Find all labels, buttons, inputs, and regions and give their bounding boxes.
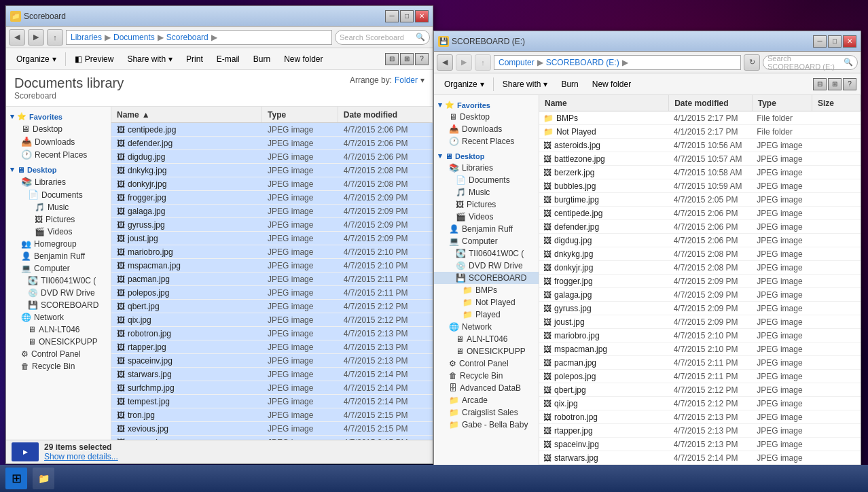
right-sidebar-drive-c[interactable]: 💽 TII06041W0C ( (434, 247, 539, 260)
sidebar-item-videos[interactable]: 🎬 Videos (6, 226, 111, 238)
list-item[interactable]: 🖼 pacman.jpg JPEG image 4/7/2015 2:11 PM (111, 273, 433, 286)
sidebar-item-documents[interactable]: 📄 Documents (6, 188, 111, 201)
right-up-button[interactable]: ↑ (475, 54, 491, 71)
list-item[interactable]: 🖼 gyruss.jpg JPEG image 4/7/2015 2:09 PM (111, 218, 433, 232)
right-col-header-type[interactable]: Type (753, 95, 812, 111)
list-item[interactable]: 🖼 rtapper.jpg 4/7/2015 2:13 PM JPEG imag… (539, 424, 861, 438)
list-item[interactable]: 📁 Not Played 4/1/2015 2:17 PM File folde… (539, 125, 861, 139)
crumb-scoreboard[interactable]: Scoreboard (166, 33, 209, 42)
right-sidebar-onesick[interactable]: 🖥 ONESICKPUPP (434, 345, 539, 357)
list-item[interactable]: 📁 BMPs 4/1/2015 2:17 PM File folder (539, 111, 861, 125)
list-item[interactable]: 🖼 dnkykg.jpg JPEG image 4/7/2015 2:08 PM (111, 164, 433, 177)
list-item[interactable]: 🖼 digdug.jpg JPEG image 4/7/2015 2:06 PM (111, 150, 433, 164)
list-item[interactable]: 🖼 berzerk.jpg 4/7/2015 10:58 AM JPEG ima… (539, 166, 861, 179)
list-item[interactable]: 🖼 spaceinv.jpg JPEG image 4/7/2015 2:13 … (111, 354, 433, 368)
right-crumb-scoreboard[interactable]: SCOREBOARD (E:) (546, 58, 619, 67)
right-close-button[interactable]: ✕ (843, 35, 856, 48)
right-refresh-button[interactable]: ↻ (744, 54, 760, 71)
list-item[interactable]: 🖼 bubbles.jpg 4/7/2015 10:59 AM JPEG ima… (539, 179, 861, 193)
list-item[interactable]: 🖼 centipede.jpg JPEG image 4/7/2015 2:06… (111, 123, 433, 137)
crumb-documents[interactable]: Documents (113, 33, 155, 42)
new-folder-button[interactable]: New folder (278, 50, 329, 68)
right-sidebar-control[interactable]: ⚙ Control Panel (434, 357, 539, 370)
list-item[interactable]: 🖼 burgtime.jpg 4/7/2015 2:05 PM JPEG ima… (539, 193, 861, 207)
right-sidebar-arcade[interactable]: 📁 Arcade (434, 394, 539, 406)
list-item[interactable]: 🖼 xevious.jpg JPEG image 4/7/2015 2:15 P… (111, 422, 433, 436)
list-item[interactable]: 🖼 polepos.jpg JPEG image 4/7/2015 2:11 P… (111, 286, 433, 300)
right-help-button[interactable]: ? (843, 78, 856, 90)
sidebar-item-dvd[interactable]: 💿 DVD RW Drive (6, 287, 111, 299)
list-item[interactable]: 🖼 joust.jpg 4/7/2015 2:09 PM JPEG image (539, 315, 861, 329)
list-item[interactable]: 🖼 polepos.jpg 4/7/2015 2:11 PM JPEG imag… (539, 370, 861, 383)
right-back-button[interactable]: ◀ (437, 54, 453, 71)
col-header-date[interactable]: Date modified (338, 107, 433, 122)
right-file-list[interactable]: Name Date modified Type Size 📁 BMPs 4/1/… (539, 95, 861, 468)
list-item[interactable]: 🖼 defender.jpg JPEG image 4/7/2015 2:06 … (111, 137, 433, 150)
sidebar-item-drive-c[interactable]: 💽 TII06041W0C ( (6, 275, 111, 287)
forward-button[interactable]: ▶ (28, 29, 44, 46)
view-pane-button[interactable]: ⊞ (400, 53, 414, 65)
sidebar-item-computer[interactable]: 💻 Computer (6, 262, 111, 275)
show-more-link[interactable]: Show more details... (44, 452, 118, 461)
right-sidebar-videos[interactable]: 🎬 Videos (434, 211, 539, 223)
right-share-button[interactable]: Share with ▾ (496, 75, 554, 93)
sidebar-item-music[interactable]: 🎵 Music (6, 201, 111, 213)
list-item[interactable]: 🖼 galaga.jpg 4/7/2015 2:09 PM JPEG image (539, 288, 861, 302)
list-item[interactable]: 🖼 robotron.jpg JPEG image 4/7/2015 2:13 … (111, 327, 433, 340)
list-item[interactable]: 🖼 gyruss.jpg 4/7/2015 2:09 PM JPEG image (539, 302, 861, 315)
list-item[interactable]: 🖼 mspacman.jpg JPEG image 4/7/2015 2:10 … (111, 259, 433, 273)
list-item[interactable]: 🖼 qbert.jpg 4/7/2015 2:12 PM JPEG image (539, 383, 861, 397)
right-forward-button[interactable]: ▶ (456, 54, 472, 71)
list-item[interactable]: 🖼 battlezone.jpg 4/7/2015 10:57 AM JPEG … (539, 152, 861, 166)
right-sidebar-advanced[interactable]: 🗄 Advanced DataB (434, 382, 539, 394)
list-item[interactable]: 🖼 qix.jpg 4/7/2015 2:12 PM JPEG image (539, 397, 861, 410)
right-sidebar-bmps[interactable]: 📁 BMPs (434, 284, 539, 296)
list-item[interactable]: 🖼 donkyjr.jpg 4/7/2015 2:08 PM JPEG imag… (539, 261, 861, 275)
right-address-box[interactable]: Computer ▶ SCOREBOARD (E:) ▶ (494, 55, 741, 70)
email-button[interactable]: E-mail (211, 50, 246, 68)
address-box[interactable]: Libraries ▶ Documents ▶ Scoreboard ▶ (66, 30, 332, 45)
sidebar-item-recent[interactable]: 🕐 Recent Places (6, 148, 111, 161)
right-view-options-button[interactable]: ⊟ (813, 78, 827, 90)
print-button[interactable]: Print (180, 50, 209, 68)
right-search-box[interactable]: Search SCOREBOARD (E:) 🔍 (763, 55, 858, 70)
right-desktop-header[interactable]: ▾ 🖥 Desktop (434, 150, 539, 162)
burn-button[interactable]: Burn (247, 50, 276, 68)
right-sidebar-scoreboard[interactable]: 💾 SCOREBOARD (434, 272, 539, 284)
right-sidebar-downloads[interactable]: 📥 Downloads (434, 123, 539, 135)
right-sidebar-computer[interactable]: 💻 Computer (434, 235, 539, 247)
right-sidebar-craigslist[interactable]: 📁 Craigslist Sales (434, 406, 539, 419)
close-button[interactable]: ✕ (415, 10, 429, 22)
list-item[interactable]: 🖼 joust.jpg JPEG image 4/7/2015 2:09 PM (111, 232, 433, 245)
maximize-button[interactable]: □ (400, 10, 414, 22)
list-item[interactable]: 🖼 surfchmp.jpg JPEG image 4/7/2015 2:14 … (111, 381, 433, 395)
list-item[interactable]: 🖼 donkyjr.jpg JPEG image 4/7/2015 2:08 P… (111, 177, 433, 191)
sidebar-item-control-panel[interactable]: ⚙ Control Panel (6, 348, 111, 360)
crumb-libraries[interactable]: Libraries (71, 33, 102, 42)
right-sidebar-user[interactable]: 👤 Benjamin Ruff (434, 223, 539, 235)
sidebar-item-downloads[interactable]: 📥 Downloads (6, 135, 111, 148)
list-item[interactable]: 🖼 tempest.jpg JPEG image 4/7/2015 2:14 P… (111, 395, 433, 408)
sidebar-item-network[interactable]: 🌐 Network (6, 311, 111, 323)
list-item[interactable]: 🖼 spaceinv.jpg 4/7/2015 2:13 PM JPEG ima… (539, 438, 861, 451)
right-sidebar-gabe[interactable]: 📁 Gabe - Bella Baby (434, 419, 539, 431)
right-organize-button[interactable]: Organize ▾ (438, 75, 490, 93)
sidebar-item-pictures[interactable]: 🖼 Pictures (6, 213, 111, 226)
right-sidebar-dvd[interactable]: 💿 DVD RW Drive (434, 260, 539, 272)
list-item[interactable]: 🖼 rtapper.jpg JPEG image 4/7/2015 2:13 P… (111, 340, 433, 354)
help-button[interactable]: ? (415, 53, 429, 65)
right-sidebar-recent[interactable]: 🕐 Recent Places (434, 135, 539, 147)
right-burn-button[interactable]: Burn (555, 75, 584, 93)
right-sidebar-music[interactable]: 🎵 Music (434, 186, 539, 198)
list-item[interactable]: 🖼 asteroids.jpg 4/7/2015 10:56 AM JPEG i… (539, 139, 861, 152)
right-sidebar-pictures[interactable]: 🖼 Pictures (434, 198, 539, 211)
list-item[interactable]: 🖼 defender.jpg 4/7/2015 2:06 PM JPEG ima… (539, 220, 861, 234)
minimize-button[interactable]: ─ (385, 10, 399, 22)
list-item[interactable]: 🖼 galaga.jpg JPEG image 4/7/2015 2:09 PM (111, 205, 433, 218)
right-view-pane-button[interactable]: ⊞ (828, 78, 842, 90)
right-favorites-header[interactable]: ▾ ⭐ Favorites (434, 99, 539, 111)
list-item[interactable]: 🖼 robotron.jpg 4/7/2015 2:13 PM JPEG ima… (539, 410, 861, 424)
share-with-button[interactable]: Share with ▾ (121, 50, 179, 68)
sidebar-item-desktop[interactable]: 🖥 Desktop (6, 122, 111, 135)
list-item[interactable]: 🖼 mariobro.jpg 4/7/2015 2:10 PM JPEG ima… (539, 329, 861, 342)
